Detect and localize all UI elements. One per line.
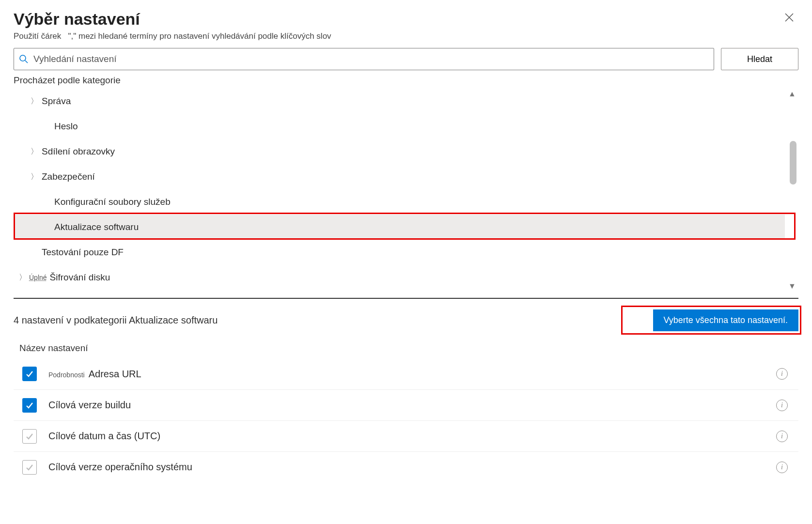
- search-input[interactable]: [32, 53, 709, 65]
- tree-item-konfiguracni[interactable]: 〉 Konfigurační soubory služeb: [14, 189, 785, 215]
- tree-item-label: Zabezpečení: [42, 171, 95, 182]
- setting-label: Cílové datum a čas (UTC): [48, 431, 776, 442]
- setting-row[interactable]: Cílová verze buildu i: [14, 389, 798, 420]
- select-all-button[interactable]: Vyberte všechna tato nastavení.: [653, 309, 799, 331]
- tree-item-label: Konfigurační soubory služeb: [54, 197, 171, 207]
- scroll-down[interactable]: ▼: [787, 281, 797, 292]
- divider: [14, 298, 798, 299]
- tree-item-prefix: Úplné: [29, 274, 47, 281]
- check-icon: [25, 462, 34, 472]
- check-icon: [25, 401, 34, 410]
- close-icon: [784, 12, 795, 23]
- setting-label: PodrobnostiAdresa URL: [48, 369, 776, 380]
- chevron-right-icon: 〉: [28, 147, 41, 157]
- tree-item-testovani[interactable]: Testování pouze DF: [14, 240, 785, 265]
- checkbox[interactable]: [22, 398, 37, 413]
- subcategory-count: 4 nastavení v podkategorii Aktualizace s…: [14, 315, 218, 326]
- svg-point-0: [20, 55, 26, 61]
- tree-item-label: Aktualizace softwaru: [54, 222, 139, 232]
- chevron-right-icon: 〉: [28, 96, 41, 107]
- tree-item-label: Správa: [42, 96, 71, 107]
- check-icon: [25, 369, 34, 379]
- info-icon[interactable]: i: [776, 462, 788, 473]
- info-icon[interactable]: i: [776, 400, 788, 411]
- checkbox[interactable]: [22, 460, 37, 475]
- browse-label: Procházet podle kategorie: [14, 75, 798, 86]
- checkbox[interactable]: [22, 429, 37, 444]
- setting-label: Cílová verze buildu: [48, 400, 776, 411]
- info-icon[interactable]: i: [776, 431, 788, 442]
- setting-row[interactable]: Cílová verze operačního systému i: [14, 451, 798, 482]
- search-button[interactable]: Hledat: [721, 48, 798, 70]
- svg-line-1: [25, 61, 28, 63]
- check-icon: [25, 432, 34, 441]
- tree-item-heslo[interactable]: 〉 Heslo: [14, 114, 785, 139]
- tree-item-label: Heslo: [54, 121, 78, 132]
- search-icon: [19, 54, 29, 64]
- hint-text: Použití čárek "," mezi hledané termíny p…: [14, 31, 798, 41]
- tree-item-label: Testování pouze DF: [42, 247, 124, 258]
- info-icon[interactable]: i: [776, 368, 788, 380]
- tree-item-label: Šifrování disku: [50, 272, 110, 283]
- tree-item-aktualizace[interactable]: 〉 Aktualizace softwaru: [14, 215, 785, 240]
- tree-item-sprava[interactable]: 〉 Správa: [14, 89, 785, 114]
- setting-row[interactable]: Cílové datum a čas (UTC) i: [14, 420, 798, 451]
- setting-row[interactable]: PodrobnostiAdresa URL i: [14, 358, 798, 389]
- tree-item-label: Sdílení obrazovky: [42, 146, 115, 157]
- chevron-right-icon: 〉: [16, 273, 29, 283]
- column-header-name: Název nastavení: [14, 341, 798, 358]
- tree-item-sifrovani[interactable]: 〉 Úplné Šifrování disku: [14, 265, 785, 290]
- panel-title: Výběr nastavení: [14, 10, 140, 29]
- tree-item-sdileni[interactable]: 〉 Sdílení obrazovky: [14, 139, 785, 164]
- settings-list: PodrobnostiAdresa URL i Cílová verze bui…: [14, 358, 798, 482]
- close-button[interactable]: [780, 10, 798, 27]
- tree-item-zabezpeceni[interactable]: 〉 Zabezpečení: [14, 164, 785, 189]
- search-box[interactable]: [14, 48, 714, 70]
- scroll-up[interactable]: ▲: [787, 89, 797, 99]
- chevron-right-icon: 〉: [28, 172, 41, 182]
- checkbox[interactable]: [22, 367, 37, 381]
- setting-label: Cílová verze operačního systému: [48, 462, 776, 473]
- scroll-thumb[interactable]: [790, 141, 796, 185]
- category-tree: 〉 Správa 〉 Heslo 〉 Sdílení obrazovky 〉 Z…: [14, 89, 785, 292]
